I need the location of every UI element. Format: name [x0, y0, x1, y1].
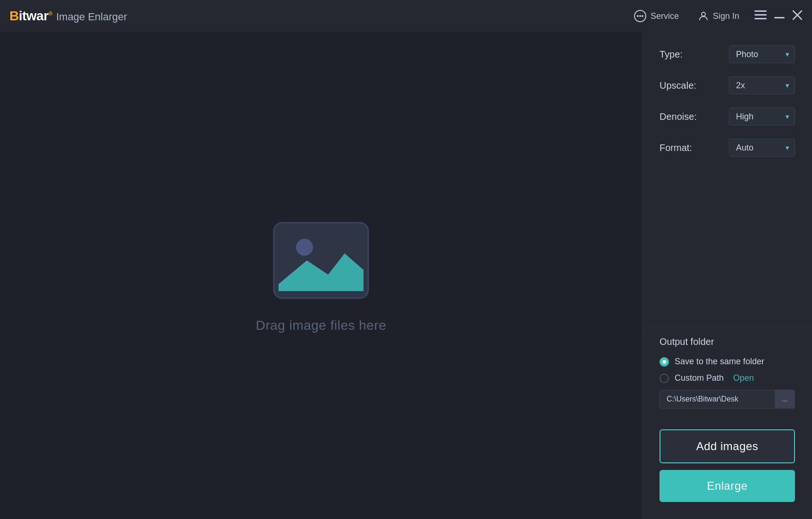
- denoise-label: Denoise:: [660, 111, 697, 122]
- path-row: ...: [660, 390, 795, 409]
- logo-text: Bitwar® Image Enlarger: [9, 8, 127, 24]
- logo-reg: ®: [49, 10, 52, 17]
- svg-point-12: [296, 239, 313, 256]
- save-same-row[interactable]: Save to the same folder: [660, 357, 795, 367]
- svg-rect-7: [754, 18, 767, 19]
- custom-path-row[interactable]: Custom Path Open: [660, 373, 795, 383]
- sidebar: Type: Photo Artwork Upscale: 2x 4x 8x: [642, 32, 812, 519]
- signin-icon: [698, 10, 709, 22]
- logo-itwar: itwar: [19, 8, 49, 23]
- path-input[interactable]: [660, 390, 775, 409]
- output-folder-section: Output folder Save to the same folder Cu…: [643, 336, 812, 420]
- output-folder-title: Output folder: [660, 336, 795, 347]
- custom-path-label: Custom Path: [675, 373, 724, 383]
- sidebar-settings: Type: Photo Artwork Upscale: 2x 4x 8x: [643, 32, 812, 325]
- menu-icon: [754, 10, 767, 20]
- upscale-select[interactable]: 2x 4x 8x: [729, 76, 795, 94]
- denoise-select[interactable]: None Low Medium High: [729, 108, 795, 126]
- minimize-button[interactable]: [774, 10, 785, 22]
- svg-rect-6: [754, 14, 767, 16]
- service-icon: [634, 9, 647, 23]
- type-row: Type: Photo Artwork: [660, 45, 795, 63]
- save-same-radio[interactable]: [660, 357, 669, 367]
- save-same-label: Save to the same folder: [675, 357, 764, 367]
- minimize-icon: [774, 10, 785, 20]
- main-content: Drag image files here Type: Photo Artwor…: [0, 32, 812, 519]
- type-select-wrapper: Photo Artwork: [729, 45, 795, 63]
- service-label: Service: [651, 11, 679, 21]
- settings-divider: [643, 325, 812, 325]
- svg-point-2: [639, 15, 641, 17]
- close-button[interactable]: [792, 10, 803, 22]
- logo-bitwar: Bitwar®: [9, 8, 52, 24]
- signin-button[interactable]: Sign In: [694, 8, 743, 24]
- upscale-select-wrapper: 2x 4x 8x: [729, 76, 795, 94]
- menu-button[interactable]: [754, 10, 767, 22]
- denoise-select-wrapper: None Low Medium High: [729, 108, 795, 126]
- upscale-row: Upscale: 2x 4x 8x: [660, 76, 795, 94]
- close-icon: [792, 10, 803, 20]
- path-browse-button[interactable]: ...: [775, 390, 795, 409]
- logo-subtitle: Image Enlarger: [56, 11, 127, 23]
- app-logo: Bitwar® Image Enlarger: [9, 8, 127, 24]
- open-link[interactable]: Open: [733, 373, 754, 383]
- custom-path-radio[interactable]: [660, 374, 669, 383]
- titlebar: Bitwar® Image Enlarger Service Sign In: [0, 0, 812, 32]
- type-label: Type:: [660, 49, 683, 60]
- enlarge-button[interactable]: Enlarge: [660, 470, 795, 502]
- type-select[interactable]: Photo Artwork: [729, 45, 795, 63]
- window-controls: [754, 10, 803, 22]
- drop-zone[interactable]: Drag image files here: [0, 32, 642, 519]
- upscale-label: Upscale:: [660, 80, 696, 91]
- svg-point-4: [702, 12, 705, 16]
- titlebar-right: Service Sign In: [630, 8, 803, 25]
- add-images-button[interactable]: Add images: [660, 429, 795, 463]
- svg-point-3: [642, 15, 643, 17]
- signin-label: Sign In: [713, 11, 739, 21]
- svg-rect-8: [774, 17, 785, 18]
- format-label: Format:: [660, 142, 692, 153]
- service-button[interactable]: Service: [630, 8, 683, 25]
- format-row: Format: Auto PNG JPG BMP: [660, 139, 795, 157]
- format-select[interactable]: Auto PNG JPG BMP: [729, 139, 795, 157]
- logo-b: B: [9, 8, 19, 23]
- svg-point-1: [637, 15, 639, 17]
- denoise-row: Denoise: None Low Medium High: [660, 108, 795, 126]
- svg-rect-5: [754, 10, 767, 12]
- image-placeholder-icon: [269, 218, 373, 303]
- drag-text: Drag image files here: [256, 318, 387, 333]
- sidebar-buttons: Add images Enlarge: [643, 420, 812, 519]
- format-select-wrapper: Auto PNG JPG BMP: [729, 139, 795, 157]
